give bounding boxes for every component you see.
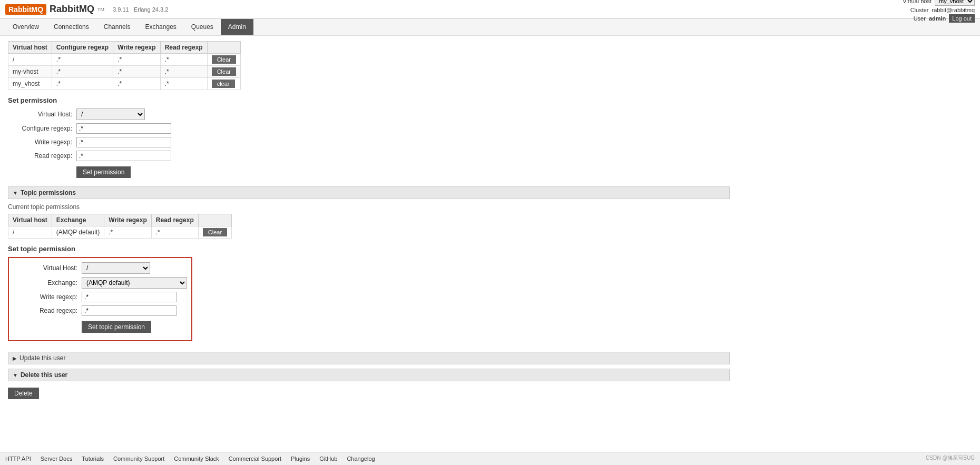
topic-read-label: Read regexp: <box>13 307 82 314</box>
row-read: .* <box>160 54 207 66</box>
delete-user-section: Delete <box>8 385 730 399</box>
version-info: 3.9.11 Erlang 24.3.2 <box>113 6 168 13</box>
vhost-select[interactable]: my_vhost <box>935 0 975 6</box>
vhost-label: Virtual host <box>903 0 932 4</box>
logo-area: RabbitMQ RabbitMQ TM 3.9.11 Erlang 24.3.… <box>5 4 903 15</box>
nav-overview[interactable]: Overview <box>5 19 46 35</box>
write-form-label: Write regexp: <box>8 138 76 146</box>
row-configure: .* <box>52 66 113 78</box>
table-row: my_vhost .* .* .* clear <box>8 78 241 90</box>
delete-user-toggle[interactable]: ▼ Delete this user <box>8 369 730 381</box>
row-configure: .* <box>52 54 113 66</box>
table-row: my-vhost .* .* .* Clear <box>8 66 241 78</box>
topic-read-row: Read regexp: <box>13 305 187 316</box>
col-configure: Configure regexp <box>52 42 113 54</box>
topic-row-write: .* <box>104 226 151 239</box>
update-user-label: Update this user <box>19 354 65 362</box>
set-topic-permission-section: Set topic permission Virtual Host: / my-… <box>8 245 730 343</box>
set-permission-button-row: Set permission <box>8 164 730 178</box>
delete-button[interactable]: Delete <box>8 388 39 399</box>
row-vhost: my_vhost <box>8 78 52 90</box>
topic-vhost-label: Virtual Host: <box>13 264 82 272</box>
topic-exchange-select[interactable]: (AMQP default) <box>82 277 187 289</box>
col-read: Read regexp <box>160 42 207 54</box>
topic-clear-button[interactable]: Clear <box>203 228 227 236</box>
user-value: admin <box>929 15 946 22</box>
current-topic-title: Current topic permissions <box>8 203 730 211</box>
col-write: Write regexp <box>113 42 160 54</box>
vhost-form-row: Virtual Host: / my-vhost my_vhost <box>8 108 730 120</box>
col-vhost: Virtual host <box>8 42 52 54</box>
topic-read-input[interactable] <box>82 305 177 316</box>
topic-write-label: Write regexp: <box>13 293 82 301</box>
topic-col-write: Write regexp <box>104 214 151 226</box>
row-write: .* <box>113 54 160 66</box>
row-action: Clear <box>207 54 240 66</box>
topic-vhost-row: Virtual Host: / my-vhost my_vhost <box>13 262 187 274</box>
permissions-table: Virtual host Configure regexp Write rege… <box>8 41 241 90</box>
delete-user-label: Delete this user <box>21 371 67 379</box>
row-action: clear <box>207 78 240 90</box>
read-form-label: Read regexp: <box>8 152 76 160</box>
nav-exchanges[interactable]: Exchanges <box>138 19 183 35</box>
write-form-row: Write regexp: <box>8 137 730 147</box>
nav-connections[interactable]: Connections <box>46 19 96 35</box>
row-write: .* <box>113 78 160 90</box>
nav-queues[interactable]: Queues <box>184 19 221 35</box>
topic-col-exchange: Exchange <box>52 214 104 226</box>
configure-regexp-input[interactable] <box>76 123 171 134</box>
top-bar: RabbitMQ RabbitMQ TM 3.9.11 Erlang 24.3.… <box>0 0 980 19</box>
topic-permissions-label: Topic permissions <box>21 189 76 196</box>
topic-col-vhost: Virtual host <box>8 214 52 226</box>
logo-tm: TM <box>97 7 104 12</box>
write-regexp-input[interactable] <box>76 137 171 147</box>
main-content: Virtual host Configure regexp Write rege… <box>0 36 738 436</box>
nav-admin[interactable]: Admin <box>221 19 253 35</box>
set-permission-title: Set permission <box>8 96 730 104</box>
set-topic-permission-button[interactable]: Set topic permission <box>82 321 151 333</box>
logo-icon: RabbitMQ <box>5 4 46 15</box>
row-read: .* <box>160 66 207 78</box>
set-permission-section: Set permission Virtual Host: / my-vhost … <box>8 96 730 178</box>
topic-row-exchange: (AMQP default) <box>52 226 104 239</box>
set-permission-vhost-select[interactable]: / my-vhost my_vhost <box>76 108 145 120</box>
read-form-row: Read regexp: <box>8 151 730 161</box>
col-actions <box>207 42 240 54</box>
vhost-form-label: Virtual Host: <box>8 111 76 118</box>
configure-form-row: Configure regexp: <box>8 123 730 134</box>
table-row: / .* .* .* Clear <box>8 54 241 66</box>
update-user-toggle[interactable]: ▶ Update this user <box>8 352 730 364</box>
set-permission-button[interactable]: Set permission <box>76 166 131 178</box>
nav-channels[interactable]: Channels <box>96 19 138 35</box>
user-label: User <box>914 15 926 22</box>
cluster-row: Cluster rabbit@rabbitmq <box>910 7 975 13</box>
clear-button-2[interactable]: clear <box>212 80 235 88</box>
set-topic-permission-title: Set topic permission <box>8 245 730 253</box>
topic-button-row: Set topic permission <box>13 319 187 333</box>
clear-button-0[interactable]: Clear <box>212 55 236 64</box>
user-row: User admin Log out <box>914 14 975 23</box>
chevron-down-icon-delete: ▼ <box>13 372 18 378</box>
topic-row-read: .* <box>151 226 198 239</box>
topic-vhost-select[interactable]: / my-vhost my_vhost <box>82 262 150 274</box>
topic-write-row: Write regexp: <box>13 292 187 302</box>
topic-exchange-label: Exchange: <box>13 279 82 286</box>
topic-permissions-toggle[interactable]: ▼ Topic permissions <box>8 186 730 199</box>
logout-button[interactable]: Log out <box>949 14 975 23</box>
topic-write-input[interactable] <box>82 292 177 302</box>
row-write: .* <box>113 66 160 78</box>
cluster-value: rabbit@rabbitmq <box>932 7 975 13</box>
clear-button-1[interactable]: Clear <box>212 67 236 76</box>
chevron-down-icon: ▼ <box>13 190 18 196</box>
app-name: RabbitMQ <box>50 4 94 15</box>
topic-row-vhost: / <box>8 226 52 239</box>
row-read: .* <box>160 78 207 90</box>
read-regexp-input[interactable] <box>76 151 171 161</box>
row-vhost: / <box>8 54 52 66</box>
configure-form-label: Configure regexp: <box>8 125 76 132</box>
cluster-label: Cluster <box>910 7 929 13</box>
top-right: Virtual host my_vhost Cluster rabbit@rab… <box>903 0 975 23</box>
table-row: / (AMQP default) .* .* Clear <box>8 226 232 239</box>
topic-row-action: Clear <box>198 226 231 239</box>
topic-highlight-box: Virtual Host: / my-vhost my_vhost Exchan… <box>8 257 192 341</box>
